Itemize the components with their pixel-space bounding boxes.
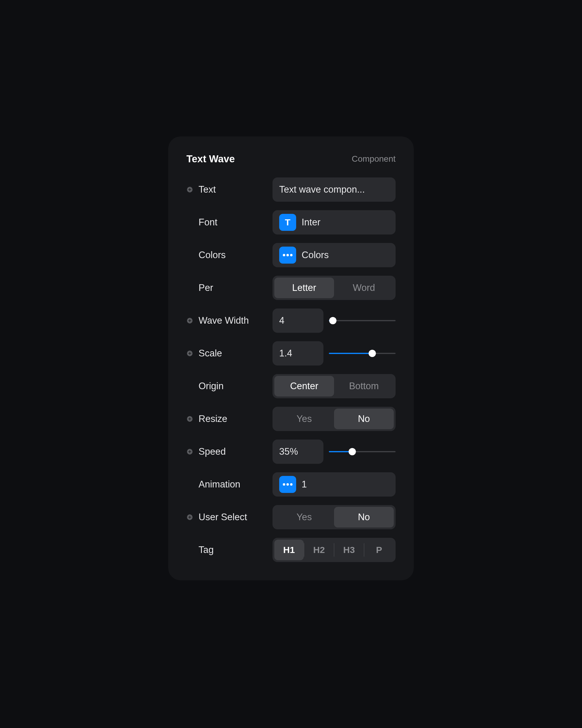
row-text: Text Text wave compon... — [187, 178, 395, 202]
colors-value: Colors — [302, 250, 329, 261]
row-user-select: User Select Yes No — [187, 505, 395, 529]
tag-option-h1[interactable]: H1 — [274, 540, 304, 560]
svg-rect-11 — [190, 417, 190, 420]
plus-circle-icon[interactable] — [187, 514, 193, 521]
label-speed: Speed — [198, 446, 273, 457]
wave-width-slider[interactable] — [329, 309, 395, 333]
user-select-option-no[interactable]: No — [334, 507, 394, 527]
origin-option-center[interactable]: Center — [274, 376, 334, 396]
svg-rect-17 — [190, 516, 190, 518]
label-font: Font — [198, 217, 273, 228]
row-font: Font T Inter — [187, 210, 395, 234]
scale-slider[interactable] — [329, 341, 395, 365]
row-wave-width: Wave Width 4 — [187, 309, 395, 333]
panel-header: Text Wave Component — [187, 153, 395, 165]
speed-input[interactable]: 35% — [273, 440, 324, 464]
origin-segmented: Center Bottom — [273, 374, 395, 398]
tag-segmented: H1 H2 H3 P — [273, 538, 395, 562]
resize-option-yes[interactable]: Yes — [274, 409, 334, 429]
row-tag: Tag H1 H2 H3 P — [187, 538, 395, 562]
label-text: Text — [198, 184, 273, 195]
row-speed: Speed 35% — [187, 440, 395, 464]
row-per: Per Letter Word — [187, 276, 395, 300]
font-picker[interactable]: T Inter — [273, 210, 395, 234]
label-user-select: User Select — [198, 512, 273, 523]
panel-title: Text Wave — [187, 153, 235, 165]
more-icon — [279, 476, 296, 493]
animation-value: 1 — [302, 479, 307, 490]
label-tag: Tag — [198, 545, 273, 555]
row-animation: Animation 1 — [187, 472, 395, 497]
origin-option-bottom[interactable]: Bottom — [334, 376, 394, 396]
tag-option-p[interactable]: P — [364, 540, 394, 560]
plus-circle-icon[interactable] — [187, 416, 193, 422]
per-segmented: Letter Word — [273, 276, 395, 300]
label-animation: Animation — [198, 479, 273, 490]
scale-input[interactable]: 1.4 — [273, 341, 324, 365]
plus-circle-icon[interactable] — [187, 317, 193, 324]
row-origin: Origin Center Bottom — [187, 374, 395, 398]
more-icon — [279, 246, 296, 264]
speed-slider[interactable] — [329, 440, 395, 464]
svg-rect-2 — [190, 188, 190, 191]
per-option-letter[interactable]: Letter — [274, 278, 334, 298]
plus-circle-icon[interactable] — [187, 186, 193, 193]
colors-picker[interactable]: Colors — [273, 243, 395, 267]
label-scale: Scale — [198, 348, 273, 359]
animation-picker[interactable]: 1 — [273, 472, 395, 497]
label-origin: Origin — [198, 381, 273, 392]
label-per: Per — [198, 282, 273, 293]
user-select-segmented: Yes No — [273, 505, 395, 529]
row-scale: Scale 1.4 — [187, 341, 395, 365]
label-resize: Resize — [198, 413, 273, 424]
svg-rect-5 — [190, 319, 190, 322]
text-input[interactable]: Text wave compon... — [273, 178, 395, 202]
resize-segmented: Yes No — [273, 407, 395, 431]
resize-option-no[interactable]: No — [334, 409, 394, 429]
wave-width-input[interactable]: 4 — [273, 309, 324, 333]
svg-rect-8 — [190, 352, 190, 355]
label-wave-width: Wave Width — [198, 315, 273, 326]
row-resize: Resize Yes No — [187, 407, 395, 431]
label-colors: Colors — [198, 250, 273, 261]
tag-option-h2[interactable]: H2 — [304, 540, 334, 560]
user-select-option-yes[interactable]: Yes — [274, 507, 334, 527]
per-option-word[interactable]: Word — [334, 278, 394, 298]
font-value: Inter — [302, 217, 321, 228]
row-colors: Colors Colors — [187, 243, 395, 267]
properties-panel: Text Wave Component Text Text wave compo… — [168, 136, 414, 580]
panel-subtitle: Component — [352, 154, 395, 164]
font-icon: T — [279, 214, 296, 231]
plus-circle-icon[interactable] — [187, 448, 193, 455]
tag-option-h3[interactable]: H3 — [334, 540, 364, 560]
svg-rect-14 — [190, 450, 190, 453]
plus-circle-icon[interactable] — [187, 350, 193, 357]
